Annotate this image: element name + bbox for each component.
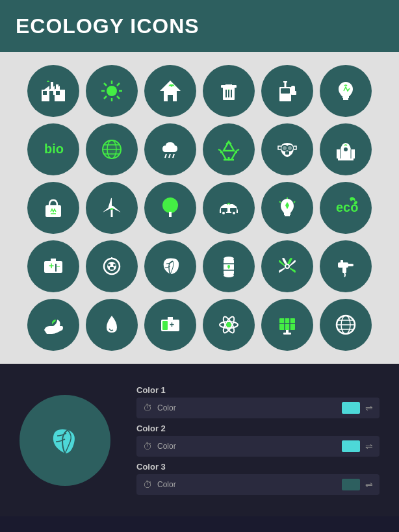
svg-rect-33 bbox=[343, 98, 348, 100]
svg-rect-10 bbox=[49, 95, 55, 101]
nuclear-plant-icon-circle[interactable] bbox=[320, 123, 372, 175]
hand-leaf-icon-circle[interactable] bbox=[27, 299, 79, 351]
header: ECOLOGY ICONS bbox=[0, 0, 399, 52]
color1-row[interactable]: ⏱ Color ⇌ bbox=[136, 398, 380, 418]
icon-row-4: +− bbox=[13, 240, 386, 292]
svg-marker-7 bbox=[44, 86, 49, 90]
preview-icon-circle bbox=[19, 395, 110, 486]
icon-row-2: bio bbox=[13, 123, 386, 175]
color3-arrows[interactable]: ⇌ bbox=[365, 479, 373, 490]
bio-icon-circle[interactable]: bio bbox=[27, 123, 79, 175]
svg-rect-93 bbox=[341, 260, 343, 263]
wind-turbine-icon-circle[interactable] bbox=[86, 182, 138, 234]
battery-ev-icon-circle[interactable]: +− bbox=[27, 240, 79, 292]
svg-line-17 bbox=[117, 96, 120, 99]
svg-rect-65 bbox=[284, 213, 290, 215]
svg-rect-22 bbox=[168, 95, 173, 101]
svg-rect-51 bbox=[338, 158, 354, 160]
svg-rect-58 bbox=[169, 212, 172, 217]
svg-point-85 bbox=[224, 273, 234, 277]
color-group-1: Color 1 ⏱ Color ⇌ bbox=[136, 385, 380, 418]
svg-rect-91 bbox=[347, 264, 354, 266]
recycle-bin-icon-circle[interactable] bbox=[203, 65, 255, 117]
color2-arrows[interactable]: ⇌ bbox=[365, 441, 373, 451]
svg-rect-81 bbox=[110, 267, 114, 270]
cloud-rain-icon-circle[interactable] bbox=[144, 123, 196, 175]
water-drop-icon-circle[interactable] bbox=[86, 299, 138, 351]
svg-point-84 bbox=[224, 257, 234, 260]
lightbulb-icon-circle[interactable] bbox=[320, 65, 372, 117]
barrel-icon-circle[interactable] bbox=[203, 240, 255, 292]
svg-text:+: + bbox=[170, 320, 174, 329]
svg-point-63 bbox=[222, 212, 225, 214]
gas-station-icon-circle[interactable] bbox=[261, 65, 313, 117]
eco-bag-icon-circle[interactable] bbox=[27, 182, 79, 234]
svg-rect-30 bbox=[291, 91, 296, 95]
color1-row-label: Color bbox=[157, 403, 337, 412]
solar-panel-icon-circle[interactable] bbox=[261, 299, 313, 351]
radiation-icon-circle[interactable] bbox=[261, 240, 313, 292]
svg-line-42 bbox=[169, 154, 170, 158]
recycle-icon-circle[interactable] bbox=[203, 123, 255, 175]
battery2-icon-circle[interactable]: + bbox=[144, 299, 196, 351]
globe2-icon-circle[interactable] bbox=[320, 299, 372, 351]
gas-mask-icon-circle[interactable] bbox=[261, 123, 313, 175]
bottom-panel: Color 1 ⏱ Color ⇌ Color 2 ⏱ Color ⇌ Colo… bbox=[0, 364, 399, 516]
color1-label: Color 1 bbox=[136, 385, 380, 395]
color2-row-label: Color bbox=[157, 442, 337, 451]
color-group-3: Color 3 ⏱ Color ⇌ bbox=[136, 462, 380, 495]
atom-icon-circle[interactable] bbox=[203, 299, 255, 351]
svg-rect-32 bbox=[342, 96, 349, 98]
svg-line-41 bbox=[165, 154, 166, 158]
page-title: ECOLOGY ICONS bbox=[16, 14, 200, 38]
svg-rect-48 bbox=[285, 151, 289, 155]
eco-house-icon-circle[interactable] bbox=[144, 65, 196, 117]
ev-plug-icon-circle[interactable] bbox=[86, 240, 138, 292]
clock-icon-1: ⏱ bbox=[143, 403, 152, 413]
energy-bulb-icon-circle[interactable] bbox=[261, 182, 313, 234]
tree-icon-circle[interactable] bbox=[144, 182, 196, 234]
color-controls: Color 1 ⏱ Color ⇌ Color 2 ⏱ Color ⇌ Colo… bbox=[136, 385, 380, 495]
svg-point-89 bbox=[286, 265, 289, 268]
icon-row-3: eco bbox=[13, 182, 386, 234]
svg-line-69 bbox=[294, 201, 295, 203]
svg-rect-97 bbox=[162, 321, 168, 330]
svg-rect-108 bbox=[283, 333, 291, 335]
svg-line-43 bbox=[173, 154, 174, 158]
color1-swatch[interactable] bbox=[342, 402, 360, 414]
svg-rect-107 bbox=[286, 330, 289, 333]
color2-swatch[interactable] bbox=[342, 440, 360, 452]
svg-line-16 bbox=[104, 83, 107, 86]
color3-row-label: Color bbox=[157, 480, 337, 489]
svg-point-99 bbox=[226, 322, 231, 327]
factory-icon-circle[interactable] bbox=[27, 65, 79, 117]
color3-label: Color 3 bbox=[136, 462, 380, 472]
globe-icon-circle[interactable] bbox=[86, 123, 138, 175]
color3-swatch[interactable] bbox=[342, 479, 360, 490]
faucet-icon-circle[interactable] bbox=[320, 240, 372, 292]
svg-line-68 bbox=[279, 201, 281, 203]
clock-icon-3: ⏱ bbox=[143, 479, 152, 490]
svg-text:+: + bbox=[49, 260, 54, 271]
svg-point-40 bbox=[103, 140, 121, 158]
svg-rect-28 bbox=[281, 88, 290, 94]
color1-arrows[interactable]: ⇌ bbox=[365, 403, 373, 413]
svg-rect-3 bbox=[49, 91, 53, 95]
svg-point-50 bbox=[344, 147, 348, 151]
svg-line-19 bbox=[104, 96, 107, 99]
svg-point-57 bbox=[162, 197, 178, 213]
sun-icon-circle[interactable] bbox=[86, 65, 138, 117]
eco-car-icon-circle[interactable] bbox=[203, 182, 255, 234]
svg-text:−: − bbox=[57, 263, 60, 270]
svg-rect-95 bbox=[168, 317, 170, 320]
eco-text-icon-circle[interactable]: eco bbox=[320, 182, 372, 234]
svg-rect-26 bbox=[225, 82, 232, 84]
color3-row[interactable]: ⏱ Color ⇌ bbox=[136, 474, 380, 495]
svg-line-18 bbox=[117, 83, 120, 86]
icon-row-1 bbox=[13, 65, 386, 117]
color2-row[interactable]: ⏱ Color ⇌ bbox=[136, 436, 380, 457]
leaf-icon-circle[interactable] bbox=[144, 240, 196, 292]
svg-point-46 bbox=[283, 146, 287, 150]
svg-rect-90 bbox=[338, 262, 348, 268]
svg-point-47 bbox=[288, 146, 292, 150]
